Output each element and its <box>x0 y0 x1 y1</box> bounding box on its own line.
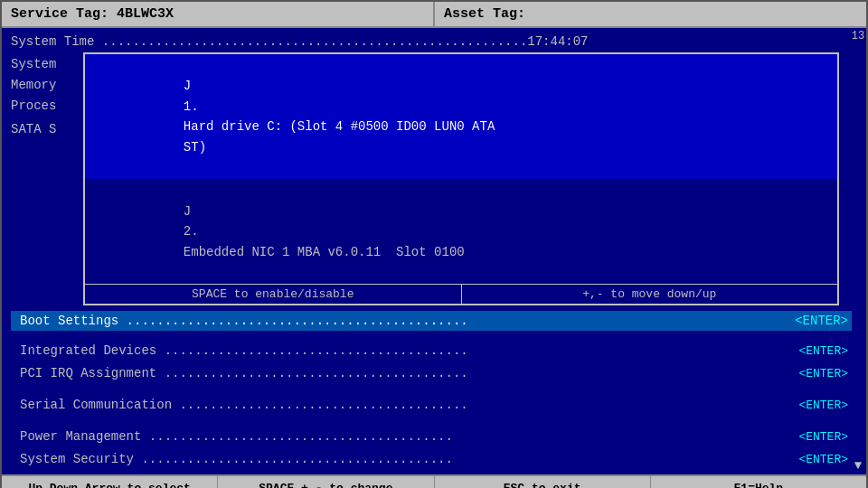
top-bar: Service Tag: 4BLWC3X Asset Tag: <box>2 2 866 28</box>
integrated-devices-row[interactable]: Integrated Devices .....................… <box>11 340 857 362</box>
status-help: F1=Help <box>651 476 866 488</box>
boot-hint-space: SPACE to enable/disable <box>85 285 462 304</box>
system-time-value: 17:44:07 <box>527 33 588 52</box>
boot-item-1-text: Hard drive C: (Slot 4 #0500 ID00 LUN0 AT… <box>184 119 495 134</box>
satas-label: SATA S <box>11 120 83 139</box>
bios-content: System Time ............................… <box>2 28 866 474</box>
integrated-devices-enter: <ENTER> <box>798 343 848 361</box>
system-labels: System Memory Proces SATA S <box>11 52 83 140</box>
status-bar: Up,Down Arrow to select SPACE,+,- to cha… <box>2 474 866 488</box>
serial-comm-enter: <ENTER> <box>798 397 848 415</box>
boot-item-1[interactable]: J 1. Hard drive C: (Slot 4 #0500 ID00 LU… <box>85 54 837 179</box>
system-security-label: System Security ........................… <box>20 450 798 469</box>
status-change: SPACE,+,- to change <box>218 476 434 488</box>
power-mgmt-row[interactable]: Power Management .......................… <box>11 426 857 448</box>
boot-settings-label: Boot Settings ..........................… <box>20 314 795 328</box>
gap-3 <box>11 417 857 426</box>
service-tag-value: 4BLWC3X <box>117 6 174 22</box>
power-mgmt-enter: <ENTER> <box>798 428 848 446</box>
bios-main: 13 ▼ System Time .......................… <box>2 28 866 488</box>
boot-item-2-marker: J <box>184 204 206 219</box>
boot-hint-bar: SPACE to enable/disable +,- to move down… <box>85 284 837 304</box>
serial-comm-label: Serial Communication ...................… <box>20 396 798 415</box>
status-select: Up,Down Arrow to select <box>2 476 218 488</box>
proces-label: Proces <box>11 97 83 116</box>
boot-item-2-text: Embedded NIC 1 MBA v6.0.11 Slot 0100 <box>184 245 465 259</box>
boot-settings-row[interactable]: Boot Settings ..........................… <box>11 311 857 331</box>
satas-label-row: SATA S <box>11 117 83 140</box>
bios-frame: Service Tag: 4BLWC3X Asset Tag: 13 ▼ Sys… <box>0 0 868 488</box>
service-tag-section: Service Tag: 4BLWC3X <box>2 2 435 26</box>
proces-label-row: Proces <box>11 96 83 117</box>
boot-item-1-marker: J <box>184 79 206 93</box>
system-label-row: System <box>11 54 83 75</box>
pci-irq-label: PCI IRQ Assignment .....................… <box>20 364 798 383</box>
pci-irq-enter: <ENTER> <box>798 365 848 383</box>
system-time-row: System Time ............................… <box>11 32 857 52</box>
scroll-number: 13 <box>852 28 864 42</box>
system-time-dots: ........................................… <box>94 33 527 52</box>
scroll-track: ▼ <box>854 42 862 473</box>
system-section: System Memory Proces SATA S J <box>11 52 857 305</box>
serial-comm-row[interactable]: Serial Communication ...................… <box>11 394 857 417</box>
memory-label-row: Memory <box>11 75 83 96</box>
gap-2 <box>11 385 857 394</box>
boot-item-1-suffix: ST) <box>184 140 206 155</box>
boot-item-1-number: 1. <box>184 99 206 114</box>
pci-irq-row[interactable]: PCI IRQ Assignment .....................… <box>11 362 857 385</box>
gap-1 <box>11 331 857 340</box>
system-security-enter: <ENTER> <box>798 451 848 469</box>
asset-tag-label: Asset Tag: <box>444 6 525 22</box>
boot-item-2[interactable]: J 2. Embedded NIC 1 MBA v6.0.11 Slot 010… <box>85 179 837 284</box>
scroll-arrow-down-icon: ▼ <box>854 458 862 473</box>
boot-item-2-number: 2. <box>184 224 206 239</box>
integrated-devices-label: Integrated Devices .....................… <box>20 342 798 361</box>
system-label: System <box>11 55 83 74</box>
asset-tag-section: Asset Tag: <box>435 2 866 26</box>
status-exit: ESC to exit <box>435 476 651 488</box>
system-time-label: System Time <box>11 33 94 52</box>
service-tag-label: Service Tag: <box>11 6 108 22</box>
memory-label: Memory <box>11 76 83 95</box>
boot-settings-enter: <ENTER> <box>795 314 848 328</box>
boot-order-dropdown[interactable]: J 1. Hard drive C: (Slot 4 #0500 ID00 LU… <box>83 52 839 305</box>
system-security-row[interactable]: System Security ........................… <box>11 448 857 471</box>
scrollbar: 13 ▼ <box>852 28 864 473</box>
power-mgmt-label: Power Management .......................… <box>20 427 798 446</box>
boot-hint-plusminus: +,- to move down/up <box>462 285 838 304</box>
